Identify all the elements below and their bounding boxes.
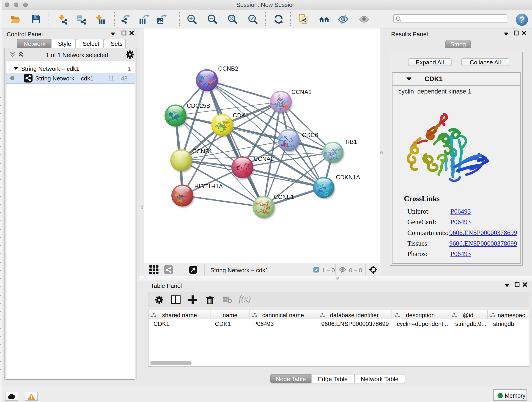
svg-text:?: ? <box>519 15 525 25</box>
svg-text:CDC25B: CDC25B <box>187 102 210 109</box>
svg-text:CCNB2: CCNB2 <box>218 65 238 72</box>
svg-text:RB1: RB1 <box>346 138 357 145</box>
svg-text:CCNB1: CCNB1 <box>192 148 212 155</box>
svg-text:HIST1H1A: HIST1H1A <box>194 183 223 190</box>
svg-text:CDC6: CDC6 <box>302 132 318 138</box>
svg-text:CCNE1: CCNE1 <box>274 193 294 200</box>
svg-text:CCNA2: CCNA2 <box>254 155 274 162</box>
svg-text:CDK1: CDK1 <box>233 112 249 119</box>
svg-text:CDKN1A: CDKN1A <box>336 174 360 181</box>
svg-text:CCNA1: CCNA1 <box>291 89 312 95</box>
